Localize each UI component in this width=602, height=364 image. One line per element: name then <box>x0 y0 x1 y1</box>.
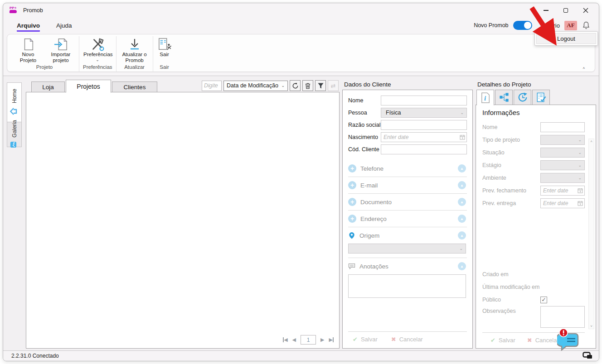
cod-cliente-input[interactable] <box>381 144 467 154</box>
tab-clientes[interactable]: Clientes <box>112 81 157 92</box>
sort-dropdown[interactable]: Data de Modificação ⌄ <box>223 81 288 91</box>
search-input[interactable] <box>202 81 222 91</box>
logo-blob <box>10 10 17 13</box>
calendar-icon[interactable] <box>578 188 583 193</box>
sair-button[interactable]: Sair <box>155 36 174 57</box>
ambiente-select[interactable]: ⌄ <box>540 173 585 183</box>
projects-browser: Loja Projetos Clientes Data de Modificaç… <box>26 79 340 349</box>
user-label: suário <box>544 22 560 29</box>
menu-arquivo[interactable]: Arquivo <box>17 22 40 29</box>
toggle-knob <box>524 22 531 29</box>
logout-menu-item[interactable]: Logout <box>536 33 596 44</box>
sidebar-tab-home[interactable]: Home <box>7 82 22 122</box>
ultima-modificacao-label: Última modificação em <box>482 284 585 290</box>
add-email-icon[interactable]: + <box>348 181 356 189</box>
cod-cliente-label: Cód. Cliente <box>348 146 381 153</box>
scroll-up-icon[interactable]: ˄ <box>590 139 592 144</box>
project-panel-title: Detalhes do Projeto <box>476 79 596 90</box>
calendar-icon[interactable] <box>578 201 583 206</box>
nascimento-date-input[interactable] <box>381 132 467 142</box>
devices-icon[interactable] <box>583 352 592 359</box>
minimize-icon <box>544 10 549 10</box>
minimize-button[interactable] <box>539 5 553 16</box>
novo-promob-toggle[interactable] <box>513 21 532 30</box>
section-telefone[interactable]: + Telefone ▲ <box>348 160 467 177</box>
sidebar-tab-galeria[interactable]: Galeria <box>7 122 22 147</box>
preferencias-button[interactable]: Preferências ⌄ <box>81 36 114 62</box>
maximize-button[interactable] <box>559 5 573 16</box>
collapse-email-icon[interactable]: ▲ <box>458 181 466 189</box>
ribbon-collapse-chevron[interactable]: ^ <box>583 67 585 71</box>
first-page-button[interactable]: ◀ <box>283 337 287 343</box>
ribbon-group-atualizar: Atualizar o Promob Atualizar <box>117 36 153 72</box>
client-data-panel: Dados do Cliente Nome Pessoa Física ⌄ <box>342 79 473 349</box>
collapse-documento-icon[interactable]: ▲ <box>458 198 466 206</box>
novo-promob-label: Novo Promob <box>474 22 508 29</box>
tab-historico[interactable] <box>514 90 531 105</box>
atualizar-promob-button[interactable]: Atualizar o Promob <box>118 36 151 63</box>
project-cancelar-button[interactable]: ✖ Cancelar <box>527 337 559 344</box>
filter-button[interactable] <box>315 80 326 91</box>
previous-page-button[interactable]: ◀ <box>292 337 296 343</box>
nome-input[interactable] <box>381 96 467 105</box>
titlebar: PP+ Promob <box>3 3 599 18</box>
tab-hierarquia[interactable] <box>495 90 513 105</box>
section-email[interactable]: + E-mail ▲ <box>348 177 467 194</box>
refresh-button[interactable] <box>290 80 301 91</box>
feedback-bubble-icon[interactable] <box>557 327 581 353</box>
project-scrollbar[interactable]: ˄ ˅ <box>588 139 594 329</box>
gallery-icon <box>10 141 19 148</box>
client-salvar-button[interactable]: ✔ Salvar <box>353 336 378 343</box>
check-icon: ✔ <box>353 336 358 343</box>
project-salvar-button[interactable]: ✔ Salvar <box>490 337 515 344</box>
chevron-down-icon: ⌄ <box>459 246 463 251</box>
tab-informacoes[interactable]: i <box>476 90 494 105</box>
situacao-select[interactable]: ⌄ <box>540 148 585 158</box>
estagio-select[interactable]: ⌄ <box>540 160 585 170</box>
collapse-anotacoes-icon[interactable]: ▲ <box>458 262 466 270</box>
next-page-button[interactable]: ▶ <box>320 337 324 343</box>
project-list-area[interactable]: ◀ ◀ 1 ▶ ▶ <box>26 92 340 349</box>
section-origem[interactable]: Origem ▲ ⌄ <box>348 227 467 258</box>
menubar: Arquivo Ajuda Novo Promob suário AF <box>3 18 599 33</box>
tab-checklist[interactable] <box>532 90 550 105</box>
collapse-telefone-icon[interactable]: ▲ <box>458 164 466 172</box>
section-endereco[interactable]: + Endereço ▲ <box>348 211 467 227</box>
add-documento-icon[interactable]: + <box>348 198 356 206</box>
page-number-box[interactable]: 1 <box>301 335 316 345</box>
collapse-origem-icon[interactable]: ▲ <box>458 231 466 239</box>
scroll-down-icon[interactable]: ˅ <box>590 324 592 328</box>
pessoa-select[interactable]: Física ⌄ <box>381 108 467 118</box>
collapse-endereco-icon[interactable]: ▲ <box>458 215 466 223</box>
client-cancelar-button[interactable]: ✖ Cancelar <box>391 336 423 343</box>
tab-loja[interactable]: Loja <box>31 81 65 92</box>
close-button[interactable] <box>579 5 592 16</box>
filter-icon <box>317 82 324 89</box>
ribbon-group-label-atualizar: Atualizar <box>118 63 151 72</box>
transfer-button[interactable]: ⇄ <box>328 80 339 91</box>
importar-projeto-button[interactable]: Importar projeto <box>44 36 77 63</box>
refresh-icon <box>292 82 299 89</box>
tipo-projeto-select[interactable]: ⌄ <box>540 135 585 145</box>
razao-social-input[interactable] <box>381 120 467 130</box>
section-documento[interactable]: + Documento ▲ <box>348 194 467 211</box>
proj-nome-label: Nome <box>482 124 540 130</box>
menu-ajuda[interactable]: Ajuda <box>56 22 72 29</box>
delete-button[interactable] <box>302 80 313 91</box>
observacoes-textarea[interactable] <box>540 306 585 328</box>
proj-nome-input[interactable] <box>540 122 585 132</box>
add-endereco-icon[interactable]: + <box>348 215 356 223</box>
tipo-projeto-label: Tipo de projeto <box>482 137 540 143</box>
tab-projetos[interactable]: Projetos <box>66 80 111 93</box>
origem-select[interactable]: ⌄ <box>348 244 466 254</box>
add-telefone-icon[interactable]: + <box>348 164 356 172</box>
bell-icon[interactable] <box>582 21 591 30</box>
section-anotacoes[interactable]: Anotações ▲ <box>348 258 467 304</box>
novo-projeto-button[interactable]: Novo Projeto <box>12 36 44 63</box>
chevron-down-icon: ⌄ <box>281 83 285 88</box>
calendar-icon[interactable] <box>460 134 465 140</box>
avatar[interactable]: AF <box>564 21 577 30</box>
last-page-button[interactable]: ▶ <box>329 337 334 343</box>
anotacoes-textarea[interactable] <box>348 274 466 298</box>
publico-checkbox[interactable]: ✓ <box>540 297 547 303</box>
